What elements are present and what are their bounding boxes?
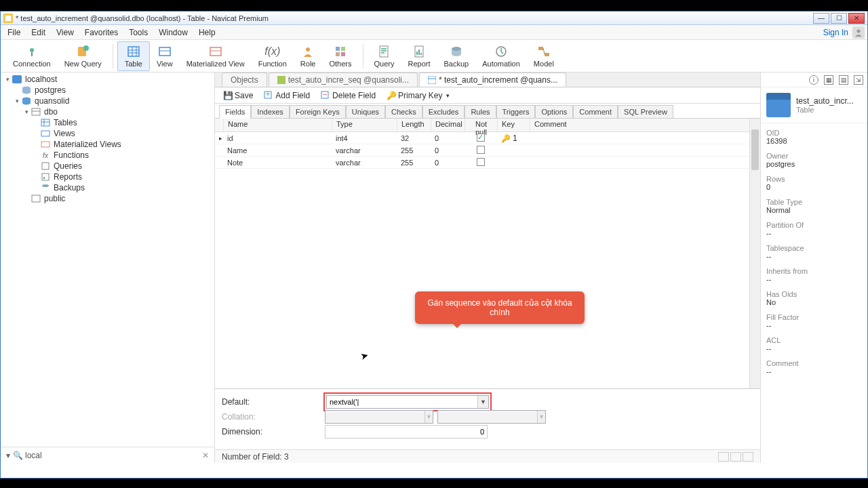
fields-grid[interactable]: Name Type Length Decimal Not null Key Co…: [215, 119, 760, 388]
backup-button[interactable]: Backup: [437, 41, 476, 71]
expand-icon[interactable]: ▾: [3, 76, 12, 83]
maximize-button[interactable]: ☐: [831, 13, 847, 24]
col-notnull[interactable]: Not null: [465, 119, 498, 131]
dimension-input-wrap[interactable]: [325, 425, 488, 439]
vertical-scrollbar[interactable]: [749, 119, 760, 388]
tab-uniques[interactable]: Uniques: [346, 105, 385, 118]
tree-quansolid[interactable]: ▾ quansolid: [1, 96, 214, 106]
tables-icon: [40, 118, 51, 127]
tab-indexes[interactable]: Indexes: [251, 105, 290, 118]
svg-rect-28: [538, 47, 543, 50]
panel-toggle-icon[interactable]: ▤: [839, 75, 848, 85]
default-input[interactable]: [327, 398, 477, 406]
primary-key-button[interactable]: 🔑Primary Key▾: [382, 89, 454, 102]
tab-foreign-keys[interactable]: Foreign Keys: [290, 105, 346, 118]
clear-search-icon[interactable]: ✕: [202, 451, 212, 460]
tree-public[interactable]: public: [1, 193, 214, 204]
model-button[interactable]: Model: [527, 41, 561, 71]
tree-postgres[interactable]: postgres: [1, 85, 214, 96]
col-length[interactable]: Length: [397, 119, 431, 131]
tree-localhost[interactable]: ▾ localhost: [1, 74, 214, 85]
tree-dbo[interactable]: ▾ dbo: [1, 106, 214, 117]
view-mode-icon[interactable]: [743, 452, 753, 462]
titlebar: * test_auto_increment @quansolid.dbo (lo…: [1, 12, 867, 25]
object-tabs: Objects test_auto_incre_seq @quansoli...…: [215, 73, 760, 87]
delete-field-button[interactable]: −Delete Field: [317, 89, 380, 102]
tree-reports[interactable]: Reports: [1, 171, 214, 182]
panel-toggle-icon[interactable]: ▦: [824, 75, 833, 85]
menu-tools[interactable]: Tools: [123, 26, 153, 39]
field-row[interactable]: Note varchar 255 0: [215, 157, 760, 169]
tree-functions[interactable]: fxFunctions: [1, 150, 214, 161]
new-query-button[interactable]: New Query: [58, 41, 108, 71]
search-input[interactable]: [22, 451, 202, 460]
tree-mviews[interactable]: Materialized Views: [1, 139, 214, 150]
sign-in-link[interactable]: Sign In: [823, 28, 852, 37]
svg-rect-24: [418, 49, 420, 55]
view-button[interactable]: View: [150, 41, 180, 71]
tab-comment[interactable]: Comment: [573, 105, 618, 118]
panel-toggle-icon[interactable]: ⇲: [854, 75, 863, 85]
minimize-button[interactable]: —: [813, 13, 829, 24]
tab-excludes[interactable]: Excludes: [422, 105, 465, 118]
automation-button[interactable]: Automation: [475, 41, 527, 71]
tab-sql-preview[interactable]: SQL Preview: [618, 105, 673, 118]
view-mode-icon[interactable]: [718, 452, 729, 462]
menu-window[interactable]: Window: [153, 26, 193, 39]
field-row[interactable]: ▸ id int4 32 0 🔑 1: [215, 132, 760, 144]
menu-file[interactable]: File: [2, 26, 26, 39]
tab-fields[interactable]: Fields: [219, 105, 251, 119]
tree-queries[interactable]: Queries: [1, 161, 214, 171]
tab-rules[interactable]: Rules: [465, 105, 496, 118]
connection-tree[interactable]: ▾ localhost postgres ▾ quansolid ▾: [1, 73, 214, 447]
tab-options[interactable]: Options: [535, 105, 573, 118]
tab-table-design[interactable]: * test_auto_increment @quans...: [419, 73, 566, 87]
tab-objects[interactable]: Objects: [222, 73, 267, 87]
dropdown-icon[interactable]: ▼: [477, 396, 488, 408]
tree-views[interactable]: Views: [1, 128, 214, 139]
connection-button[interactable]: Connection: [6, 41, 58, 71]
col-type[interactable]: Type: [332, 119, 397, 131]
default-combo[interactable]: ▼: [326, 395, 489, 409]
info-icon[interactable]: i: [809, 75, 818, 85]
menu-view[interactable]: View: [51, 26, 79, 39]
notnull-checkbox[interactable]: [477, 146, 485, 154]
others-button[interactable]: Others: [322, 41, 358, 71]
view-mode-icon[interactable]: [730, 452, 741, 462]
avatar-icon[interactable]: [852, 26, 865, 39]
scrollbar-thumb[interactable]: [751, 129, 759, 170]
add-field-button[interactable]: +Add Field: [260, 89, 314, 102]
dimension-input[interactable]: [326, 428, 487, 436]
col-key[interactable]: Key: [498, 119, 530, 131]
close-button[interactable]: ✕: [848, 13, 865, 24]
tree-backups[interactable]: Backups: [1, 182, 214, 193]
notnull-checkbox[interactable]: [477, 134, 485, 142]
tab-checks[interactable]: Checks: [385, 105, 422, 118]
query-button[interactable]: Query: [368, 41, 401, 71]
save-button[interactable]: 💾Save: [219, 89, 257, 102]
col-decimal[interactable]: Decimal: [431, 119, 465, 131]
materialized-view-button[interactable]: Materialized View: [180, 41, 252, 71]
table-button[interactable]: Table: [117, 41, 150, 71]
col-name[interactable]: Name: [224, 119, 332, 131]
report-button[interactable]: Report: [401, 41, 437, 71]
tab-sequence[interactable]: test_auto_incre_seq @quansoli...: [269, 73, 418, 87]
notnull-checkbox[interactable]: [477, 158, 485, 166]
toolbar-separator: [113, 44, 113, 68]
field-row[interactable]: Name varchar 255 0: [215, 144, 760, 157]
filter-icon[interactable]: ▾: [3, 451, 13, 460]
tab-triggers[interactable]: Triggers: [496, 105, 536, 118]
menu-help[interactable]: Help: [193, 26, 221, 39]
menu-edit[interactable]: Edit: [26, 26, 51, 39]
tree-tables[interactable]: Tables: [1, 117, 214, 128]
collation-combo-1: ▼: [325, 410, 433, 424]
functions-icon: fx: [40, 150, 51, 160]
function-button[interactable]: f(x) Function: [252, 41, 294, 71]
role-button[interactable]: Role: [294, 41, 323, 71]
expand-icon[interactable]: ▾: [22, 108, 31, 115]
key-icon: 🔑: [387, 91, 396, 100]
menu-favorites[interactable]: Favorites: [79, 26, 123, 39]
col-comment[interactable]: Comment: [530, 119, 760, 131]
expand-icon[interactable]: ▾: [13, 98, 21, 104]
svg-rect-14: [210, 47, 221, 56]
